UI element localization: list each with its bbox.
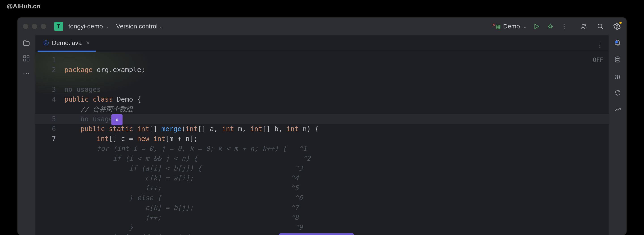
more-vert-icon[interactable]: ⋮ (560, 22, 568, 31)
ai-suggestion-line: for (int i = 0, j = 0, k = 0; k < m + n;… (97, 145, 287, 152)
inline-hint: ^8 (290, 213, 298, 221)
svg-point-8 (584, 24, 586, 26)
maximize-window[interactable] (41, 24, 46, 29)
line-number: 1 (35, 55, 56, 65)
gutter: 1 2 3 4 5 6 7 (35, 52, 62, 235)
svg-line-6 (551, 28, 552, 29)
ai-suggestion-line: } else if (i < m) { (113, 233, 190, 235)
chevron-down-icon: ⌄ (105, 24, 109, 29)
watermark-text: @AIHub.cn (7, 3, 40, 10)
bug-icon[interactable] (546, 22, 554, 31)
line-number: 5 (35, 114, 56, 124)
line-number: 4 (35, 94, 56, 104)
code-area[interactable]: OFF 1 2 3 4 5 6 7 ✦ package org.example;… (35, 52, 609, 235)
ai-suggestion-line: if (i < m && j < n) { (113, 154, 198, 162)
svg-rect-13 (27, 56, 29, 58)
bell-icon[interactable] (613, 39, 622, 48)
ai-completion-icon[interactable]: ✦ (111, 114, 122, 125)
tab-more-icon[interactable]: ⋮ (596, 41, 604, 49)
line-number: 3 (35, 85, 56, 94)
svg-point-11 (616, 26, 618, 27)
left-tool-rail: ⋯ (18, 35, 35, 235)
keyword: int (153, 135, 165, 143)
minimize-window[interactable] (32, 24, 37, 29)
project-badge[interactable]: T (54, 22, 63, 31)
titlebar: T tongyi-demo ⌄ Version control ⌄ ✕ ▦ De… (18, 18, 626, 35)
usages-hint[interactable]: no usages (64, 86, 101, 93)
line-number: 7 (35, 134, 56, 144)
search-icon[interactable] (596, 22, 605, 31)
keyword: public (80, 125, 105, 133)
inspection-status[interactable]: OFF (593, 55, 603, 65)
database-icon[interactable] (613, 56, 622, 64)
svg-rect-12 (24, 56, 26, 58)
inline-hint: ^1 (299, 145, 307, 152)
line-number: 6 (35, 124, 56, 134)
keyword: int (97, 135, 109, 143)
inline-hint: ^4 (290, 174, 298, 182)
keyword: static (109, 125, 133, 133)
close-window[interactable] (23, 24, 28, 29)
chevron-down-icon: ⌄ (523, 24, 527, 29)
svg-point-7 (582, 24, 584, 26)
grid-icon[interactable] (22, 54, 31, 63)
keyword: public (64, 95, 88, 103)
svg-line-5 (549, 28, 550, 29)
svg-rect-15 (27, 59, 29, 61)
svg-marker-0 (535, 24, 539, 29)
keyword: int (250, 125, 262, 133)
people-icon[interactable] (580, 22, 588, 31)
more-icon[interactable]: ⋯ (22, 69, 31, 78)
inline-hint: ^6 (295, 194, 303, 202)
line-number (35, 75, 56, 85)
m-icon[interactable]: m (613, 72, 622, 81)
close-icon[interactable]: ✕ (86, 40, 90, 46)
editor-tabs: ⓒ Demo.java ✕ ⋮ (35, 35, 609, 52)
inline-hint: ^7 (290, 204, 298, 211)
keyword: package (64, 66, 92, 74)
window-controls[interactable] (23, 24, 46, 29)
inline-hint: ^9 (295, 223, 303, 231)
inline-hint: ^3 (295, 164, 303, 172)
play-icon[interactable] (532, 22, 541, 31)
ai-suggestion-line: c[k] = b[j]; (145, 204, 194, 211)
method-name: merge (162, 125, 182, 133)
right-tool-rail: m (609, 35, 626, 235)
folder-icon[interactable] (22, 39, 31, 48)
ai-suggestion-line: if (a[i] < b[j]) { (129, 164, 202, 172)
ai-suggestion-line: c[k] = a[i]; (145, 174, 194, 182)
run-configuration-selector[interactable]: ✕ ▦ Demo ⌄ (491, 23, 527, 30)
toolbar-right-icons (580, 22, 621, 31)
inline-hint: ^2 (303, 154, 311, 162)
ai-suggestion-line: j++; (145, 213, 161, 221)
class-name: Demo (117, 95, 133, 103)
version-control-menu[interactable]: Version control ⌄ (114, 23, 164, 30)
keyword: class (92, 95, 113, 103)
keyword: new (137, 135, 149, 143)
line-number: 2 (35, 65, 56, 75)
svg-point-16 (615, 57, 620, 59)
accept-suggestion-button[interactable]: →| Accept Suggestion (278, 233, 354, 235)
comment: // 合并两个数组 (80, 105, 133, 113)
svg-point-9 (598, 24, 602, 28)
package-name: org.example (97, 66, 141, 74)
main-area: ⋯ ⓒ Demo.java ✕ ⋮ OFF 1 2 3 4 5 6 7 ✦ pa… (18, 35, 626, 235)
editor-pane: ⓒ Demo.java ✕ ⋮ OFF 1 2 3 4 5 6 7 ✦ pack… (35, 35, 609, 235)
ai-suggestion-line: } else { (129, 194, 162, 202)
ide-window: T tongyi-demo ⌄ Version control ⌄ ✕ ▦ De… (18, 18, 626, 235)
project-name[interactable]: tongyi-demo ⌄ (68, 23, 109, 30)
ai-suggestion-line: i++; (145, 184, 161, 192)
svg-line-10 (601, 27, 603, 29)
svg-rect-14 (24, 59, 26, 61)
cycle-icon[interactable] (613, 89, 622, 97)
tab-label: Demo.java (52, 39, 82, 47)
run-config-icon: ▦ (496, 24, 501, 30)
gear-icon[interactable] (613, 22, 621, 31)
keyword: int (137, 125, 149, 133)
java-class-icon: ⓒ (44, 39, 49, 47)
svg-point-1 (549, 25, 552, 28)
keyword: int (186, 125, 198, 133)
tab-demo-java[interactable]: ⓒ Demo.java ✕ (38, 35, 96, 52)
code-body[interactable]: package org.example; no usages public cl… (62, 52, 609, 235)
chart-icon[interactable] (613, 105, 622, 114)
